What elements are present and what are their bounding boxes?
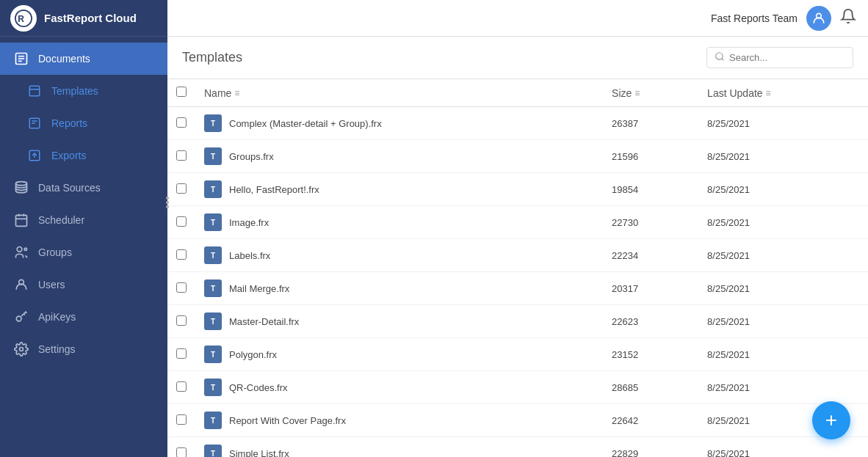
- row-name-cell: T Labels.frx: [195, 239, 603, 272]
- row-checkbox-cell: [167, 404, 195, 437]
- svg-rect-6: [29, 86, 40, 96]
- sidebar-item-data-sources[interactable]: Data Sources: [0, 172, 167, 204]
- size-filter-icon[interactable]: ≡: [634, 88, 640, 98]
- file-name: Image.frx: [229, 217, 269, 228]
- sidebar-item-reports[interactable]: Reports: [0, 107, 167, 139]
- export-icon: [26, 147, 43, 164]
- sidebar-item-exports[interactable]: Exports: [0, 139, 167, 172]
- sidebar-item-scheduler[interactable]: Scheduler: [0, 204, 167, 236]
- sidebar-item-templates[interactable]: Templates: [0, 75, 167, 107]
- row-size-cell: 22642: [603, 404, 698, 437]
- page-title: Templates: [182, 50, 242, 65]
- document-icon: [13, 51, 29, 67]
- sidebar-item-apikeys[interactable]: ApiKeys: [0, 301, 167, 333]
- row-checkbox-5[interactable]: [176, 282, 187, 293]
- table-row: T Groups.frx 21596 8/25/2021: [167, 140, 868, 173]
- table-row: T Labels.frx 22234 8/25/2021: [167, 239, 868, 272]
- table-row: T Simple List.frx 22829 8/25/2021: [167, 437, 868, 458]
- add-fab-button[interactable]: +: [812, 401, 850, 439]
- file-name: Polygon.frx: [229, 349, 277, 360]
- row-name-cell: T Complex (Master-detail + Group).frx: [195, 107, 603, 140]
- notification-bell-icon[interactable]: [840, 8, 856, 28]
- datasource-icon: [13, 180, 29, 196]
- row-date-cell: 8/25/2021: [698, 371, 868, 404]
- file-type-icon: T: [204, 246, 222, 264]
- row-date-cell: 8/25/2021: [698, 239, 868, 272]
- row-checkbox-7[interactable]: [176, 348, 187, 359]
- svg-line-28: [722, 59, 724, 61]
- svg-rect-14: [16, 215, 27, 226]
- select-all-checkbox[interactable]: [176, 87, 187, 97]
- sidebar: R FastReport Cloud Documents: [0, 0, 167, 457]
- name-filter-icon[interactable]: ≡: [234, 88, 239, 98]
- svg-point-13: [16, 182, 27, 186]
- row-date-cell: 8/25/2021: [698, 107, 868, 140]
- file-name: Complex (Master-detail + Group).frx: [229, 118, 382, 129]
- table-row: T QR-Codes.frx 28685 8/25/2021: [167, 371, 868, 404]
- topbar-user: Fast Reports Team: [711, 6, 856, 31]
- table-row: T Polygon.frx 23152 8/25/2021: [167, 338, 868, 371]
- table-row: T Report With Cover Page.frx 22642 8/25/…: [167, 404, 868, 437]
- topbar: Fast Reports Team: [167, 0, 868, 37]
- content-area: Templates: [167, 37, 868, 457]
- sidebar-item-templates-label: Templates: [51, 85, 98, 97]
- sidebar-item-users[interactable]: Users: [0, 268, 167, 301]
- table-header: Name ≡ Size ≡: [167, 79, 868, 107]
- row-checkbox-cell: [167, 305, 195, 338]
- header-last-update: Last Update ≡: [698, 79, 868, 107]
- user-avatar[interactable]: [806, 6, 831, 31]
- row-checkbox-3[interactable]: [176, 216, 187, 227]
- row-name-cell: T Groups.frx: [195, 140, 603, 173]
- sidebar-item-exports-label: Exports: [51, 150, 86, 161]
- file-type-icon: T: [204, 213, 222, 231]
- row-checkbox-1[interactable]: [176, 150, 187, 161]
- search-input[interactable]: [729, 52, 847, 63]
- row-checkbox-9[interactable]: [176, 414, 187, 425]
- row-size-cell: 22623: [603, 305, 698, 338]
- scheduler-icon: [13, 212, 29, 228]
- file-type-icon: T: [204, 445, 222, 457]
- row-checkbox-4[interactable]: [176, 249, 187, 260]
- app-title: FastReport Cloud: [44, 12, 137, 24]
- svg-point-18: [17, 247, 22, 252]
- row-size-cell: 22829: [603, 437, 698, 458]
- header-name: Name ≡: [195, 79, 603, 107]
- row-checkbox-cell: [167, 239, 195, 272]
- sidebar-item-users-label: Users: [38, 279, 65, 290]
- sidebar-item-groups[interactable]: Groups: [0, 236, 167, 268]
- row-checkbox-cell: [167, 371, 195, 404]
- row-checkbox-0[interactable]: [176, 117, 187, 128]
- app-logo: R: [10, 5, 37, 32]
- row-checkbox-10[interactable]: [176, 447, 187, 458]
- content-header: Templates: [167, 37, 868, 79]
- row-size-cell: 28685: [603, 371, 698, 404]
- row-size-cell: 22234: [603, 239, 698, 272]
- sidebar-item-documents[interactable]: Documents: [0, 43, 167, 75]
- search-box[interactable]: [706, 47, 853, 68]
- sidebar-item-settings[interactable]: Settings: [0, 333, 167, 365]
- svg-line-24: [23, 314, 25, 315]
- table-row: T Complex (Master-detail + Group).frx 26…: [167, 107, 868, 140]
- row-checkbox-8[interactable]: [176, 381, 187, 392]
- groups-icon: [13, 244, 29, 260]
- sidebar-item-documents-label: Documents: [38, 53, 90, 65]
- file-type-icon: T: [204, 412, 222, 429]
- svg-line-23: [26, 312, 27, 313]
- row-checkbox-6[interactable]: [176, 315, 187, 326]
- sidebar-item-settings-label: Settings: [38, 343, 76, 355]
- table-row: T Mail Merge.frx 20317 8/25/2021: [167, 272, 868, 305]
- sidebar-item-data-sources-label: Data Sources: [38, 182, 101, 194]
- template-icon: [26, 83, 43, 99]
- row-name-cell: T Simple List.frx: [195, 437, 603, 458]
- file-name: Simple List.frx: [229, 448, 289, 458]
- file-name: Report With Cover Page.frx: [229, 415, 346, 426]
- sidebar-collapse-toggle[interactable]: [163, 191, 868, 214]
- file-type-icon: T: [204, 279, 222, 297]
- last-update-filter-icon[interactable]: ≡: [766, 88, 771, 98]
- file-type-icon: T: [204, 114, 222, 132]
- svg-point-21: [16, 316, 21, 321]
- username-label: Fast Reports Team: [711, 12, 798, 24]
- sidebar-nav: Documents Templates Reports: [0, 37, 167, 457]
- main-content: Fast Reports Team Templates: [167, 0, 868, 457]
- file-type-icon: T: [204, 312, 222, 330]
